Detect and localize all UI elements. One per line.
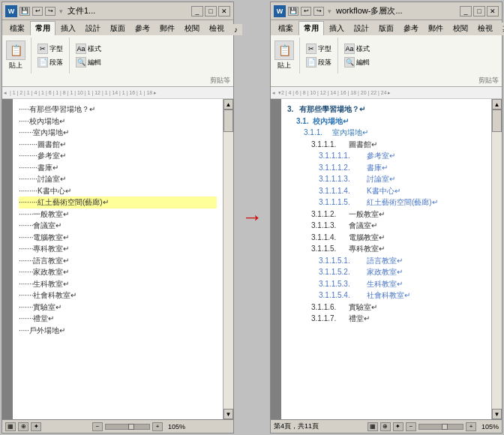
right-scroll-track[interactable]: [492, 110, 502, 409]
right-text-2: 校內場地↵: [313, 116, 349, 128]
right-maximize-btn[interactable]: □: [473, 6, 485, 16]
right-minimize-btn[interactable]: _: [460, 6, 472, 16]
right-scrollbar[interactable]: ▲ ▼: [491, 99, 502, 419]
app-container: W 💾 ↩ ↪ ▾ 文件1... _ □ ✕ 檔案 常用 插入 設計 版面 參考: [2, 2, 502, 434]
right-paste-btn[interactable]: 📋 貼上: [274, 40, 295, 70]
left-line-12: ······· 電腦教室↵: [19, 232, 217, 244]
left-dots-4: ·········: [19, 139, 38, 151]
left-maximize-btn[interactable]: □: [205, 6, 217, 16]
left-style-btn[interactable]: Aa 樣式: [74, 43, 103, 55]
left-title-text: 文件1...: [68, 5, 191, 16]
right-title-icons: W 💾 ↩ ↪ ▾: [274, 5, 332, 17]
left-paste-btn[interactable]: 📋 貼上: [5, 40, 26, 70]
right-num-5: 3.1.1.1.1.: [319, 150, 367, 162]
right-win-controls: _ □ ✕: [460, 6, 499, 16]
right-tab-layout[interactable]: 版面: [374, 22, 398, 35]
right-zoom-minus[interactable]: −: [406, 422, 416, 431]
left-status-icon-3[interactable]: ✦: [31, 422, 41, 431]
left-zoom-plus[interactable]: +: [152, 422, 163, 431]
left-ruler: ◂ | 1 | 2 | 1 | 4 | 1 | 6 | 1 | 8 | 1 | …: [2, 87, 233, 99]
right-num-13: 3.1.1.5.: [311, 243, 349, 255]
left-status-icon-1[interactable]: ▦: [5, 422, 16, 431]
left-line-5: ········· 參考室↵: [19, 150, 217, 162]
left-line-15: ······· 家政教室↵: [19, 266, 217, 278]
left-copy-icon: 📄: [38, 57, 48, 68]
left-window: W 💾 ↩ ↪ ▾ 文件1... _ □ ✕ 檔案 常用 插入 設計 版面 參考: [2, 2, 234, 434]
left-tab-insert[interactable]: 插入: [56, 22, 80, 35]
right-style-btn[interactable]: Aa 樣式: [343, 43, 371, 55]
right-edit-label: 編輯: [356, 58, 370, 68]
right-tab-view[interactable]: 檢視: [473, 22, 497, 35]
right-tab-design[interactable]: 設計: [350, 22, 374, 35]
left-zoom-slider[interactable]: [105, 424, 150, 430]
right-paste-icon: 📋: [274, 40, 294, 60]
left-line-3: ······· 室內場地↵: [19, 127, 217, 139]
left-ruler-marks: ◂ | 1 | 2 | 1 | 4 | 1 | 6 | 1 | 8 | 1 | …: [4, 90, 232, 96]
right-font-btn[interactable]: ✂ 字型: [304, 43, 333, 55]
left-cut-icon: ✂: [38, 44, 48, 54]
left-dots-5: ·········: [19, 150, 38, 162]
left-tab-view[interactable]: 檢視: [205, 22, 229, 35]
left-tab-review[interactable]: 校閱: [180, 22, 204, 35]
right-num-7: 3.1.1.1.3.: [319, 173, 367, 185]
right-para-btn[interactable]: 📄 段落: [304, 56, 333, 68]
right-status-icon-3[interactable]: ✦: [393, 422, 404, 431]
right-redo-btn[interactable]: ↪: [314, 7, 324, 16]
left-cut-btn[interactable]: ✂ 字型: [36, 43, 64, 55]
right-scroll-down[interactable]: ▼: [492, 409, 502, 419]
right-zoom-plus[interactable]: +: [466, 422, 476, 431]
left-scroll-track[interactable]: [224, 110, 233, 409]
right-ribbon-tabs: 檔案 常用 插入 設計 版面 參考 郵件 校閱 檢視 其他資訊: [271, 20, 502, 35]
right-tab-file[interactable]: 檔案: [274, 22, 298, 35]
right-num-1: 3.: [287, 104, 299, 116]
right-tab-mail[interactable]: 郵件: [424, 22, 448, 35]
left-tab-layout[interactable]: 版面: [106, 22, 130, 35]
left-text-20: 戶外場地↵: [29, 325, 65, 337]
left-status-icon-2[interactable]: ⊕: [18, 422, 28, 431]
left-copy-btn[interactable]: 📄 段落: [36, 56, 64, 68]
left-dots-18: ·······: [19, 302, 33, 314]
left-scroll-down[interactable]: ▼: [224, 409, 233, 419]
left-scroll-up[interactable]: ▲: [224, 99, 233, 110]
left-scrollbar[interactable]: ▲ ▼: [223, 99, 233, 419]
left-minimize-btn[interactable]: _: [191, 6, 203, 16]
left-ribbon: 檔案 常用 插入 設計 版面 參考 郵件 校閱 檢視 ♪ 📋 貼上: [2, 20, 233, 87]
left-tab-ref[interactable]: 參考: [130, 22, 154, 35]
right-scroll-thumb[interactable]: [492, 110, 502, 132]
right-tab-home[interactable]: 常用: [298, 21, 324, 35]
left-undo-btn[interactable]: ↩: [32, 7, 43, 16]
right-num-18: 3.1.1.6.: [311, 302, 349, 314]
right-line-8: 3.1.1.1.4. K書中心↵: [287, 185, 485, 197]
left-scroll-thumb[interactable]: [224, 110, 233, 132]
right-font-label: 字型: [318, 44, 332, 54]
right-status-icon-2[interactable]: ⊕: [380, 422, 391, 431]
right-close-btn[interactable]: ✕: [487, 6, 499, 16]
right-scroll-up[interactable]: ▲: [492, 99, 502, 110]
right-num-6: 3.1.1.1.2.: [319, 162, 367, 174]
right-tab-extra[interactable]: 其他資訊: [498, 22, 504, 35]
right-style-label: 樣式: [356, 44, 370, 54]
right-zoom-slider[interactable]: [418, 424, 464, 430]
left-redo-btn[interactable]: ↪: [45, 7, 56, 16]
right-status-icon-1[interactable]: ▦: [368, 422, 378, 431]
right-tab-insert[interactable]: 插入: [325, 22, 349, 35]
right-edit-btn[interactable]: 🔍 編輯: [343, 56, 371, 68]
right-save-btn[interactable]: 💾: [288, 7, 298, 16]
left-line-4: ········· 圖書館↵: [19, 139, 217, 151]
right-line-13: 3.1.1.5. 專科教室↵: [287, 243, 485, 255]
left-tab-home[interactable]: 常用: [30, 21, 56, 35]
left-tab-mail[interactable]: 郵件: [155, 22, 179, 35]
right-tab-ref[interactable]: 參考: [399, 22, 423, 35]
left-tab-file[interactable]: 檔案: [5, 22, 29, 35]
left-save-btn[interactable]: 💾: [20, 7, 30, 16]
left-zoom-minus[interactable]: −: [92, 422, 103, 431]
left-font-group: ✂ 字型 📄 段落: [36, 38, 70, 74]
left-tab-design[interactable]: 設計: [81, 22, 105, 35]
left-close-btn[interactable]: ✕: [218, 6, 230, 16]
right-undo-btn[interactable]: ↩: [301, 7, 311, 16]
right-tab-review[interactable]: 校閱: [448, 22, 472, 35]
left-edit-btn[interactable]: 🔍 編輯: [74, 56, 103, 68]
right-num-17: 3.1.1.5.4.: [319, 290, 367, 302]
right-line-1: 3. 有那些學習場地？↵: [287, 104, 485, 116]
left-style-group: Aa 樣式 🔍 編輯: [74, 38, 107, 74]
